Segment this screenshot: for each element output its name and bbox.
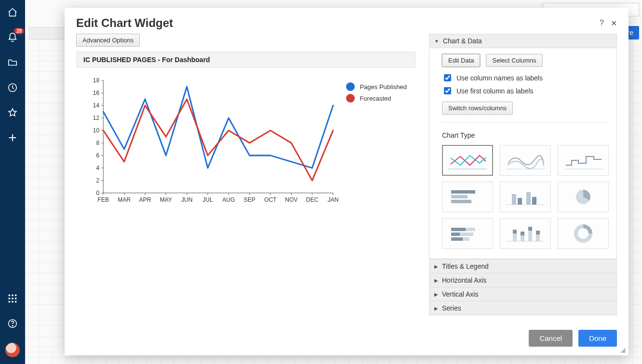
modal-close-icon[interactable]: ✕ — [611, 19, 617, 28]
star-icon[interactable] — [7, 107, 18, 118]
advanced-options-button[interactable]: Advanced Options — [76, 34, 140, 47]
svg-rect-1 — [9, 295, 10, 296]
svg-text:OCT: OCT — [264, 196, 277, 203]
legend-dot-blue — [346, 82, 355, 91]
svg-rect-70 — [451, 228, 466, 231]
chart-legend: Pages Published Forecasted — [346, 82, 407, 105]
recent-icon[interactable] — [7, 82, 18, 93]
svg-text:DEC: DEC — [306, 196, 319, 203]
svg-rect-65 — [512, 194, 516, 205]
svg-point-11 — [12, 325, 13, 326]
plus-icon[interactable] — [7, 132, 18, 143]
svg-rect-73 — [460, 233, 473, 236]
svg-rect-77 — [513, 234, 517, 241]
chart-type-grid — [442, 145, 608, 249]
section-vertical-axis[interactable]: ▶ Vertical Axis — [429, 287, 616, 301]
edit-chart-modal: Edit Chart Widget ? ✕ Advanced Options I… — [65, 8, 629, 355]
svg-text:8: 8 — [96, 140, 100, 146]
svg-text:MAR: MAR — [118, 196, 131, 203]
svg-text:APR: APR — [139, 196, 151, 203]
svg-text:10: 10 — [93, 127, 100, 134]
select-columns-button[interactable]: Select Columns — [486, 54, 542, 67]
svg-text:0: 0 — [96, 190, 100, 196]
svg-text:NOV: NOV — [285, 196, 297, 203]
help-icon[interactable] — [7, 318, 18, 329]
svg-rect-61 — [451, 190, 475, 194]
svg-text:JAN: JAN — [328, 196, 339, 203]
svg-rect-8 — [12, 301, 13, 302]
chart-type-stacked-bar-v[interactable] — [500, 218, 551, 249]
svg-text:4: 4 — [96, 165, 100, 171]
chart-title: IC PUBLISHED PAGES - For Dashboard — [76, 52, 415, 68]
svg-text:FEB: FEB — [98, 196, 109, 203]
section-horizontal-axis[interactable]: ▶ Horizontal Axis — [429, 273, 616, 287]
svg-rect-78 — [513, 230, 517, 234]
svg-rect-80 — [521, 232, 524, 235]
edit-data-button[interactable]: Edit Data — [442, 54, 480, 67]
resize-grip-icon[interactable]: ◢ — [620, 346, 626, 353]
chart-type-pie[interactable] — [558, 182, 609, 212]
chevron-down-icon: ▼ — [434, 39, 439, 44]
chart-type-stacked-bar-h[interactable] — [442, 218, 493, 249]
chart-type-bar-v[interactable] — [500, 182, 551, 212]
chart-type-bar-h[interactable] — [442, 182, 493, 212]
svg-rect-74 — [451, 237, 463, 241]
svg-rect-66 — [518, 198, 522, 205]
svg-text:MAY: MAY — [160, 196, 172, 203]
apps-icon[interactable] — [7, 293, 18, 304]
avatar[interactable] — [5, 343, 20, 357]
svg-rect-62 — [451, 195, 468, 198]
bell-icon[interactable]: 29 — [7, 32, 18, 43]
modal-help-icon[interactable]: ? — [600, 19, 604, 28]
svg-text:JUL: JUL — [202, 196, 213, 203]
chevron-right-icon: ▶ — [434, 278, 438, 283]
switch-rows-cols-button[interactable]: Switch rows/columns — [442, 102, 513, 115]
content-area: Share Edit Chart Widget ? ✕ Advanced Opt… — [25, 0, 642, 364]
chart-type-step-line[interactable] — [558, 145, 609, 176]
svg-rect-7 — [9, 301, 10, 302]
chart-settings-panel: ▼ Chart & Data Edit Data Select Columns … — [429, 34, 617, 321]
svg-text:14: 14 — [93, 102, 100, 109]
chart-type-donut[interactable] — [558, 218, 609, 249]
section-series[interactable]: ▶ Series — [429, 301, 616, 315]
chevron-right-icon: ▶ — [434, 264, 438, 269]
svg-rect-5 — [12, 298, 13, 299]
svg-rect-72 — [451, 233, 460, 236]
svg-rect-81 — [528, 231, 532, 241]
svg-rect-3 — [15, 295, 16, 296]
cancel-button[interactable]: Cancel — [529, 330, 573, 347]
checkbox-col-names-input[interactable] — [444, 74, 451, 81]
home-icon[interactable] — [7, 7, 18, 18]
svg-text:12: 12 — [93, 115, 100, 121]
svg-rect-2 — [12, 295, 13, 296]
svg-text:AUG: AUG — [222, 196, 235, 203]
legend-dot-red — [346, 94, 355, 103]
svg-rect-75 — [463, 237, 469, 241]
done-button[interactable]: Done — [578, 330, 617, 347]
svg-rect-6 — [15, 298, 16, 299]
section-titles-legend[interactable]: ▶ Titles & Legend — [429, 259, 616, 273]
chart-type-smooth-line[interactable] — [500, 145, 551, 176]
chart-type-line[interactable] — [442, 145, 493, 176]
legend-label-2: Forecasted — [360, 95, 391, 102]
svg-rect-4 — [9, 298, 10, 299]
section-chart-data[interactable]: ▼ Chart & Data — [429, 34, 616, 48]
folder-icon[interactable] — [7, 57, 18, 68]
chevron-right-icon: ▶ — [434, 306, 438, 311]
svg-rect-79 — [521, 235, 524, 241]
svg-text:16: 16 — [93, 90, 100, 96]
app-sidebar: 29 — [0, 0, 25, 364]
svg-rect-84 — [536, 231, 540, 234]
svg-text:6: 6 — [96, 152, 100, 159]
checkbox-col-names[interactable]: Use column names as labels — [442, 73, 608, 83]
svg-rect-9 — [15, 301, 16, 302]
checkbox-first-col[interactable]: Use first column as labels — [442, 86, 608, 96]
notification-badge: 29 — [14, 28, 24, 34]
checkbox-first-col-input[interactable] — [444, 87, 451, 94]
chart-preview: 024681012141618FEBMARAPRMAYJUNJULAUGSEPO… — [76, 68, 415, 212]
svg-text:JUN: JUN — [181, 196, 192, 203]
svg-rect-82 — [528, 227, 532, 231]
modal-title: Edit Chart Widget — [76, 16, 600, 30]
svg-text:SEP: SEP — [244, 196, 255, 203]
svg-text:18: 18 — [93, 77, 100, 84]
